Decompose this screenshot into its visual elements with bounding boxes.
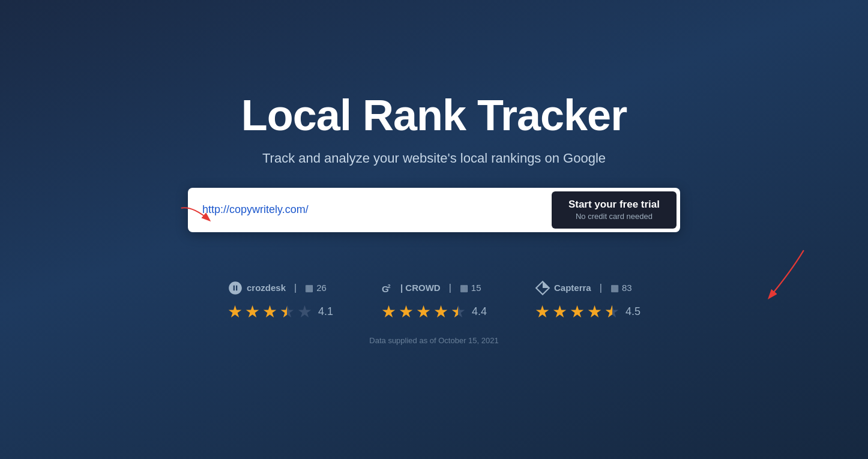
star-2: ★ xyxy=(399,302,414,322)
star-2: ★ xyxy=(245,302,260,322)
crozdesk-label: crozdesk xyxy=(247,283,286,293)
reviews-section: crozdesk | ▦ 26 ★ ★ ★ ★ 4.1 xyxy=(228,280,640,322)
g2crowd-logo: G 2 | CROWD xyxy=(381,280,441,296)
search-form: Start your free trial No credit card nee… xyxy=(188,188,680,232)
arrow-right-annotation xyxy=(748,240,808,312)
star-3: ★ xyxy=(570,302,585,322)
cta-main-text: Start your free trial xyxy=(568,199,660,211)
capterra-count: ▦ 83 xyxy=(610,283,632,293)
url-input[interactable] xyxy=(191,203,552,216)
capterra-label: Capterra xyxy=(554,283,591,293)
cta-sub-text: No credit card needed xyxy=(576,212,653,221)
g2crowd-label: | CROWD xyxy=(400,283,441,293)
review-g2crowd-header: G 2 | CROWD | ▦ 15 xyxy=(381,280,481,296)
star-4: ★ xyxy=(433,302,448,322)
svg-text:2: 2 xyxy=(388,283,391,289)
capterra-logo: Capterra xyxy=(535,280,591,296)
star-1: ★ xyxy=(228,302,243,322)
g2crowd-rating: 4.4 xyxy=(472,305,487,318)
star-5-half xyxy=(604,302,619,322)
review-g2crowd: G 2 | CROWD | ▦ 15 ★ ★ ★ ★ 4.4 xyxy=(381,280,487,322)
star-4: ★ xyxy=(587,302,602,322)
star-5-half xyxy=(451,302,466,322)
review-capterra: Capterra | ▦ 83 ★ ★ ★ ★ 4.5 xyxy=(535,280,640,322)
hero-section: Local Rank Tracker Track and analyze you… xyxy=(0,91,868,345)
g2crowd-stars: ★ ★ ★ ★ 4.4 xyxy=(381,302,487,322)
page-subtitle: Track and analyze your website's local r… xyxy=(262,151,606,166)
page-title: Local Rank Tracker xyxy=(241,91,627,140)
star-5-empty: ★ xyxy=(297,302,312,322)
g2crowd-count: ▦ 15 xyxy=(460,283,481,293)
data-note: Data supplied as of October 15, 2021 xyxy=(369,336,498,345)
star-4-half xyxy=(280,302,295,322)
star-1: ★ xyxy=(381,302,396,322)
star-3: ★ xyxy=(416,302,431,322)
crozdesk-rating: 4.1 xyxy=(318,305,333,318)
capterra-rating: 4.5 xyxy=(625,305,640,318)
crozdesk-count: ▦ 26 xyxy=(305,283,327,293)
review-capterra-header: Capterra | ▦ 83 xyxy=(535,280,632,296)
capterra-stars: ★ ★ ★ ★ 4.5 xyxy=(535,302,640,322)
review-crozdesk: crozdesk | ▦ 26 ★ ★ ★ ★ 4.1 xyxy=(228,280,333,322)
star-2: ★ xyxy=(552,302,567,322)
star-1: ★ xyxy=(535,302,550,322)
star-3: ★ xyxy=(262,302,277,322)
crozdesk-logo: crozdesk xyxy=(228,280,286,296)
crozdesk-stars: ★ ★ ★ ★ 4.1 xyxy=(228,302,333,322)
cta-button[interactable]: Start your free trial No credit card nee… xyxy=(552,191,677,229)
arrow-left-annotation xyxy=(177,204,225,228)
review-crozdesk-header: crozdesk | ▦ 26 xyxy=(228,280,327,296)
